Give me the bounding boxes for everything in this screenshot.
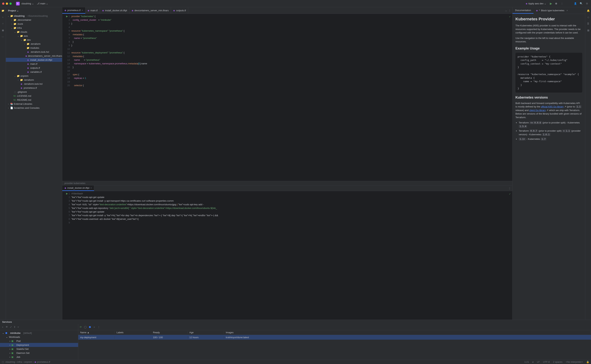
close-icon[interactable]: × <box>81 9 83 12</box>
inspection-ok-icon[interactable]: ✓ <box>509 192 511 196</box>
collapse-icon[interactable]: ⇕ <box>14 326 16 328</box>
tree-row[interactable]: ◆prometeus.tf <box>6 86 62 90</box>
database-tool-icon[interactable]: 🗄 <box>586 22 590 26</box>
commit-tool-icon[interactable]: ○ <box>1 15 5 19</box>
services-header[interactable]: Services <box>0 320 591 324</box>
services-tree-row[interactable]: ⌄⬣ minikube [default] <box>0 331 78 335</box>
ai-assistant-icon[interactable]: ◇ <box>586 15 590 19</box>
editor-tab[interactable]: ◆main.tf <box>85 7 100 14</box>
tree-row[interactable]: ⌄📁clouds <box>6 30 62 34</box>
doc-link[interactable]: client Go library <box>529 109 546 112</box>
caret-position[interactable]: 1:21 <box>524 361 529 363</box>
project-panel-header[interactable]: Project ⌄ <box>6 7 62 14</box>
tree-row[interactable]: ›📚External Libraries <box>6 102 62 106</box>
run-config-selector[interactable]: ◆ Apply aws dev ⌄ <box>524 1 548 6</box>
project-tool-icon[interactable]: 📁 <box>1 9 5 12</box>
vcs-branch[interactable]: ⎇ main ⌄ <box>35 1 49 6</box>
editor-breadcrumb[interactable]: provider kubernetes <box>62 181 512 185</box>
tree-row[interactable]: M↓README.md <box>6 98 62 102</box>
status-breadcrumb[interactable]: cloudring › infra › onprem › ◆ prometeus… <box>6 361 50 363</box>
editor-tab[interactable]: ◆devcontainers_server_min.tfvars <box>129 7 171 14</box>
view-icon[interactable]: 👁 <box>6 326 8 328</box>
more-icon[interactable]: ⋮ <box>98 326 100 328</box>
close-window[interactable] <box>2 3 4 5</box>
chevron-down-icon[interactable]: ⌄ <box>505 9 507 12</box>
settings-icon[interactable]: ⚙ <box>585 2 589 6</box>
readonly-icon[interactable]: ⌀ <box>532 361 534 363</box>
tree-row[interactable]: ◆outputs.tf <box>6 66 62 70</box>
pull-requests-icon[interactable]: ⑂ <box>1 22 5 26</box>
tab-documentation[interactable]: Documentation <box>512 7 533 14</box>
services-tree-row[interactable]: ›▣ Daemon Set <box>0 351 78 355</box>
expand-icon[interactable]: ⤢ <box>10 326 12 328</box>
services-tree-row[interactable]: ›▣ Job <box>0 355 78 359</box>
debug-button[interactable]: ⬢ <box>554 2 558 6</box>
project-selector[interactable]: C cloudring ⌄ <box>14 1 35 6</box>
tab-block-type[interactable]: ◆ * Block type kubernetes × <box>533 7 571 14</box>
close-icon[interactable]: × <box>18 326 19 328</box>
tree-row[interactable]: ◌.gitignore <box>6 90 62 94</box>
table-row[interactable]: my-deployment 100 / 100 12 hours trukhin… <box>78 335 591 340</box>
more-actions-icon[interactable]: ⋮ <box>560 2 564 6</box>
line-ending[interactable]: LF <box>537 361 540 363</box>
tree-row[interactable]: ›📁.trunk <box>6 22 62 26</box>
services-tree-row[interactable]: ›▣ Stateful Set <box>0 347 78 351</box>
tree-row[interactable]: ⌄📁dev <box>6 38 62 42</box>
tree-row[interactable]: ◆main.tf <box>6 62 62 66</box>
editor-tab[interactable]: ◆prometeus.tf× <box>62 7 85 14</box>
editor-tab[interactable]: ◆install_docker.sh.tftpl× <box>62 185 94 191</box>
editor-secondary[interactable]: ✓ ▶ 123456789 #!/bin/bash"kw">"kw">sudo … <box>62 191 512 320</box>
doc-link[interactable]: official K8S Go library <box>541 105 564 108</box>
tree-row[interactable]: ◆.terraform.lock.hcl <box>6 50 62 54</box>
project-tree[interactable]: ⌄📁cloudring ~/Sources/cloudring›📁.devcon… <box>6 14 62 320</box>
search-icon[interactable]: 🔍 <box>579 2 583 6</box>
doc-body[interactable]: Kubernetes Provider The Kubernetes (K8S)… <box>512 14 585 320</box>
editor-main[interactable]: ✓ ▶ 1234567891011121314151617181920 prov… <box>62 14 512 181</box>
run-button[interactable]: ▶ <box>550 2 552 5</box>
indent[interactable]: 2 spaces <box>553 361 562 363</box>
close-icon[interactable]: × <box>566 9 568 12</box>
minimize-window[interactable] <box>6 3 8 5</box>
tree-row[interactable]: ◆devcontainers_server_min.tfvars <box>6 54 62 58</box>
gradle-icon[interactable]: ▦ <box>586 28 590 32</box>
tree-row[interactable]: ›📄Scratches and Consoles <box>6 106 62 110</box>
code-with-me-icon[interactable]: 👤 <box>573 2 577 6</box>
zoom-window[interactable] <box>9 3 12 5</box>
tree-row[interactable]: M↓LICENSE.md <box>6 94 62 98</box>
notifications-icon[interactable]: 🔔 <box>586 9 590 12</box>
more-icon[interactable]: ⋮ <box>509 187 511 190</box>
add-icon[interactable]: ＋ <box>1 325 4 329</box>
services-tree-row[interactable]: ›▣ Deployment <box>0 343 78 347</box>
table-header[interactable]: Name ▲ Labels Ready Age Images <box>78 330 591 335</box>
services-tree-row[interactable]: ›▣ Pod <box>0 339 78 343</box>
tree-row[interactable]: ⌄📁aws <box>6 34 62 38</box>
refresh-icon[interactable]: ⟳ <box>80 326 82 328</box>
services-tree[interactable]: ⌄⬣ minikube [default]⌄Workloads›▣ Pod›▣ … <box>0 330 78 360</box>
tree-row[interactable]: ›📁.devcontainer <box>6 18 62 22</box>
tree-row[interactable]: ◆install_docker.sh.tftpl <box>6 58 62 62</box>
tree-row[interactable]: ⌄📁cloudring ~/Sources/cloudring <box>6 14 62 18</box>
tree-row[interactable]: ⌄📁infra <box>6 26 62 30</box>
services-tree-row[interactable]: ⌄Workloads <box>0 335 78 339</box>
code-body[interactable]: #!/bin/bash"kw">"kw">sudo apt-get update… <box>71 191 512 320</box>
interpreter[interactable]: <No interpreter> <box>566 361 583 363</box>
code-body[interactable]: provider "kubernetes" { config_context_c… <box>71 14 512 181</box>
structure-tool-icon[interactable]: ▣ <box>1 28 5 32</box>
tree-row[interactable]: ⌄📁onprem <box>6 74 62 78</box>
more-icon[interactable]: ⋮ <box>509 9 511 12</box>
tree-row[interactable]: ›📁.terraform <box>6 42 62 46</box>
tree-row[interactable]: ›📁.terraform <box>6 78 62 82</box>
lock-icon[interactable]: 🔒 <box>586 361 589 363</box>
tree-row[interactable]: 📁modules <box>6 46 62 50</box>
stop-icon[interactable]: ◯ <box>84 326 87 328</box>
editor-tab[interactable]: ◆outputs.tf <box>171 7 188 14</box>
add-icon[interactable]: ＋ <box>93 325 95 329</box>
inspection-ok-icon[interactable]: ✓ <box>509 15 511 19</box>
tree-row[interactable]: ◆variables.tf <box>6 70 62 74</box>
encoding[interactable]: UTF-8 <box>543 361 550 363</box>
editor-tab[interactable]: ◆install_docker.sh.tftpl <box>100 7 129 14</box>
more-tools-icon[interactable]: ⋯ <box>1 35 5 39</box>
tree-row[interactable]: ◆.terraform.lock.hcl <box>6 82 62 86</box>
close-icon[interactable]: × <box>90 187 92 189</box>
cluster-icon[interactable]: ⬢ <box>89 326 91 328</box>
